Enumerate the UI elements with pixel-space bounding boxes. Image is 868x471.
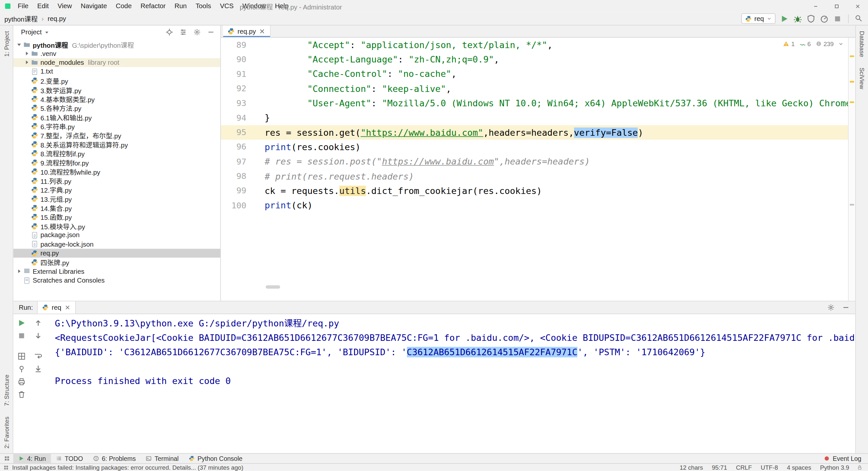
code-line[interactable]: 100print(ck) [221,198,848,213]
project-panel-title[interactable]: Project [21,28,41,36]
tree-item[interactable]: {}package-lock.json [13,240,221,249]
tree-item[interactable]: python课程G:\spider\python课程 [13,40,221,49]
code-line[interactable]: 99ck = requests.utils.dict_from_cookieja… [221,183,848,198]
caret-down-icon[interactable] [16,41,23,48]
caret-right-icon[interactable] [23,50,30,57]
clear-all-button[interactable] [17,390,26,399]
caret-down-icon[interactable] [44,29,50,35]
tree-item[interactable]: 1.txt [13,67,221,76]
status-encoding[interactable]: UTF-8 [761,464,778,471]
code-line[interactable]: 92 "Connection": "keep-alive", [221,82,848,96]
menu-refactor[interactable]: Refactor [136,0,170,12]
status-selection-chars[interactable]: 12 chars [680,464,703,471]
menu-run[interactable]: Run [170,0,191,12]
run-with-coverage-button[interactable] [807,14,815,23]
tree-item[interactable]: 3.数学运算.py [13,85,221,94]
gutter-line-number[interactable]: 90 [221,55,265,64]
status-line-ending[interactable]: CRLF [736,464,752,471]
tree-item[interactable]: 7.整型，浮点型，布尔型.py [13,131,221,140]
gutter-line-number[interactable]: 99 [221,186,265,196]
menu-navigate[interactable]: Navigate [76,0,111,12]
locate-file-button[interactable] [165,28,173,36]
horizontal-scrollbar[interactable] [266,285,280,289]
gutter-line-number[interactable]: 91 [221,69,265,79]
warning-mark[interactable] [850,55,854,57]
code-line[interactable]: 90 "Accept-Language": "zh-CN,zh;q=0.9", [221,52,848,67]
toolbar-tab-python-console[interactable]: Python Console [184,454,247,463]
code-line[interactable]: 96print(res.cookies) [221,140,848,154]
gear-icon[interactable] [827,303,835,312]
code-line[interactable]: 94} [221,111,848,125]
code-line[interactable]: 93 "User-Agent": "Mozilla/5.0 (Windows N… [221,96,848,111]
error-stripe[interactable] [848,38,855,301]
gutter-line-number[interactable]: 95 [221,127,265,137]
gear-icon[interactable] [193,28,201,36]
tool-stripe-database[interactable]: Database [859,31,865,57]
gutter-line-number[interactable]: 89 [221,40,265,50]
tree-item[interactable]: 6.字符串.py [13,122,221,131]
tree-item[interactable]: 14.集合.py [13,203,221,213]
code-line[interactable]: 95res = session.get("https://www.baidu.c… [221,125,848,140]
close-run-tab-icon[interactable] [64,304,70,311]
typos-indicator[interactable]: 6 [799,40,811,47]
menu-edit[interactable]: Edit [33,0,53,12]
minimize-button[interactable] [805,0,826,12]
caret-right-icon[interactable] [16,268,23,275]
run-console[interactable]: G:\Python3.9.13\python.exe G:/spider/pyt… [50,314,855,453]
restore-layout-button[interactable] [17,352,26,361]
tree-item[interactable]: 6.1输入和输出.py [13,113,221,122]
menu-view[interactable]: View [53,0,76,12]
tree-item[interactable]: .venv [13,49,221,58]
tool-stripe-favorites[interactable]: 2: Favorites [3,416,9,448]
tree-item[interactable]: 四张牌.py [13,258,221,267]
rerun-button[interactable] [17,319,26,327]
maximize-button[interactable] [826,0,847,12]
gutter-line-number[interactable]: 93 [221,98,265,108]
debug-button[interactable] [793,14,802,23]
tree-item[interactable]: 13.元组.py [13,194,221,203]
gutter-line-number[interactable]: 97 [221,157,265,167]
tree-item[interactable]: 8.流程控制if.py [13,149,221,158]
gutter-line-number[interactable]: 92 [221,84,265,93]
infos-indicator[interactable]: 239 [815,40,834,47]
status-interpreter[interactable]: Python 3.9 [820,464,849,471]
readonly-lock-button[interactable] [857,465,863,470]
editor-tab-req-py[interactable]: req.py [223,26,271,37]
menu-file[interactable]: File [13,0,33,12]
warning-mark[interactable] [850,101,854,103]
tree-item[interactable]: 8.关系运算符和逻辑运算符.py [13,140,221,149]
code-line[interactable]: 97# res = session.post("https://www.baid… [221,154,848,169]
tree-item[interactable]: Scratches and Consoles [13,276,221,285]
prev-occurrence-button[interactable] [34,319,42,327]
breadcrumb-project[interactable]: python课程 [5,14,38,23]
tool-stripe-project[interactable]: 1: Project [3,31,9,57]
tree-item[interactable]: 11.列表.py [13,176,221,185]
warning-mark[interactable] [850,81,854,82]
tree-item[interactable]: 10.流程控制while.py [13,167,221,176]
inspections-widget[interactable]: 1 6 239 [783,40,844,47]
run-button[interactable] [780,14,789,23]
caret-right-icon[interactable] [23,59,30,66]
run-config-selector[interactable]: req [741,13,776,24]
tree-item[interactable]: {}package.json [13,231,221,240]
close-tab-icon[interactable] [259,28,266,35]
hide-panel-button[interactable] [207,28,215,36]
stop-button[interactable] [833,14,842,23]
search-everywhere-button[interactable] [855,14,863,23]
tree-item[interactable]: 2.变量.py [13,76,221,85]
code-line[interactable]: 89 "Accept": "application/json, text/pla… [221,38,848,52]
tree-item[interactable]: 12.字典.py [13,185,221,194]
inspections-expand-icon[interactable] [838,41,844,47]
run-tab-req[interactable]: req [37,301,75,313]
warnings-indicator[interactable]: 1 [783,40,795,47]
next-occurrence-button[interactable] [34,331,42,340]
view-options-button[interactable] [179,28,187,36]
gutter-line-number[interactable]: 96 [221,142,265,152]
code-line[interactable]: 91 "Cache-Control": "no-cache", [221,67,848,82]
toolbar-tab-todo[interactable]: TODO [51,454,88,463]
close-button[interactable] [847,0,868,12]
stop-button[interactable] [17,331,26,340]
soft-wrap-button[interactable] [34,352,42,361]
toolbar-tab-problems[interactable]: 6: Problems [88,454,141,463]
tree-item[interactable]: node_moduleslibrary root [13,58,221,67]
